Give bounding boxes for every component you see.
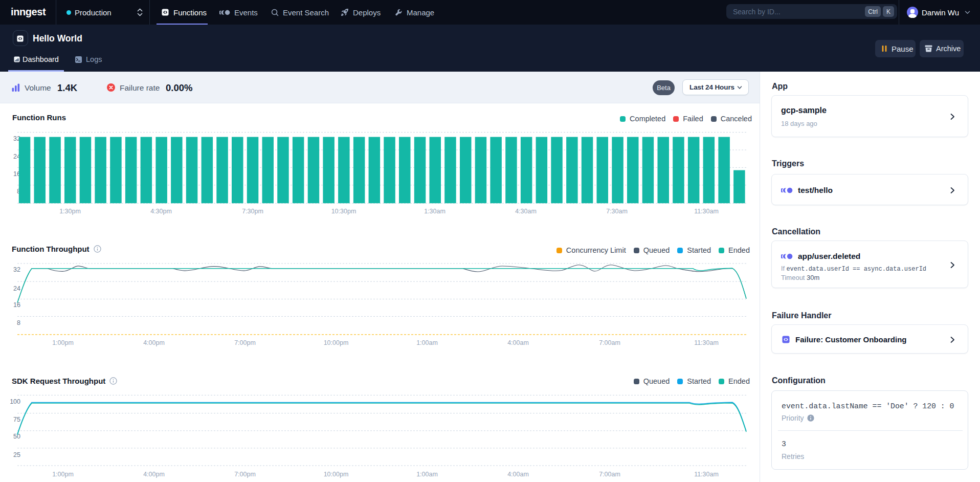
svg-text:7:00pm: 7:00pm	[234, 339, 256, 346]
svg-text:100: 100	[10, 398, 20, 405]
svg-text:4:30pm: 4:30pm	[150, 208, 172, 215]
svg-text:4:30am: 4:30am	[515, 208, 537, 215]
svg-text:4:00pm: 4:00pm	[143, 339, 165, 346]
svg-text:16: 16	[13, 301, 20, 309]
svg-text:7:00pm: 7:00pm	[234, 471, 256, 478]
svg-text:7:00am: 7:00am	[599, 339, 620, 346]
svg-text:24: 24	[13, 285, 20, 292]
svg-text:75: 75	[13, 416, 20, 423]
svg-text:7:30am: 7:30am	[606, 208, 628, 215]
svg-text:11:30am: 11:30am	[694, 471, 719, 478]
svg-text:10:30pm: 10:30pm	[331, 208, 357, 215]
svg-text:8: 8	[17, 319, 20, 326]
svg-text:1:30am: 1:30am	[424, 208, 446, 215]
svg-text:1:00am: 1:00am	[416, 339, 438, 346]
svg-text:32: 32	[13, 266, 20, 273]
svg-text:7:00am: 7:00am	[599, 471, 620, 478]
svg-text:50: 50	[13, 433, 20, 440]
svg-text:1:00pm: 1:00pm	[52, 471, 74, 478]
svg-text:10:00pm: 10:00pm	[324, 339, 349, 346]
svg-text:4:00am: 4:00am	[507, 471, 529, 478]
svg-text:7:30pm: 7:30pm	[242, 208, 263, 215]
svg-text:10:00pm: 10:00pm	[324, 471, 349, 478]
svg-text:1:30pm: 1:30pm	[59, 208, 81, 215]
svg-text:11:30am: 11:30am	[694, 339, 719, 346]
svg-text:1:00pm: 1:00pm	[52, 339, 74, 346]
svg-text:25: 25	[13, 451, 20, 458]
svg-text:4:00pm: 4:00pm	[143, 471, 165, 478]
svg-text:11:30am: 11:30am	[694, 208, 719, 215]
svg-text:4:00am: 4:00am	[507, 339, 529, 346]
svg-text:1:00am: 1:00am	[416, 471, 438, 478]
